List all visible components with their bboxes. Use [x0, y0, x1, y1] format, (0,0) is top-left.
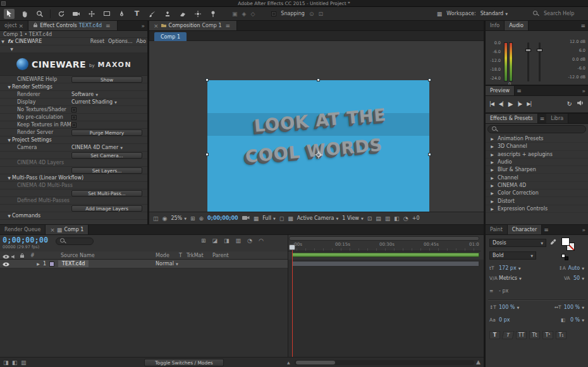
- pan-behind-tool-icon[interactable]: [86, 9, 97, 19]
- category-expression-controls[interactable]: ▶Expression Controls: [486, 205, 588, 213]
- playhead-line[interactable]: [292, 250, 293, 357]
- horizontal-scale-value[interactable]: 100 %▼: [564, 304, 584, 310]
- panel-overflow-icon[interactable]: »: [579, 225, 588, 234]
- all-caps-button[interactable]: TT: [516, 331, 527, 339]
- shape-tool-icon[interactable]: [101, 9, 112, 19]
- libraries-tab[interactable]: Libra: [546, 114, 568, 123]
- previous-frame-button[interactable]: ◀|: [496, 101, 506, 107]
- play-button[interactable]: ▶: [506, 100, 515, 107]
- text-layer[interactable]: LOOK AT THE COOL WORDS: [205, 96, 432, 174]
- layer-row[interactable]: ▶ 1 TEXT.c4d Normal▼: [0, 260, 288, 268]
- audio-tab[interactable]: Audio: [505, 21, 529, 30]
- 3d-view-dropdown[interactable]: Active Camera▼: [297, 215, 339, 221]
- pasteboard[interactable]: LOOK AT THE COOL WORDS: [149, 41, 484, 212]
- last-frame-button[interactable]: ▶|: [524, 101, 534, 107]
- scrollbar-thumb[interactable]: [296, 361, 335, 364]
- group-twirl-icon[interactable]: ▼: [6, 136, 12, 144]
- timeline-scrollbar[interactable]: [295, 360, 474, 365]
- font-size-value[interactable]: 172 px▼: [499, 265, 520, 271]
- effects-search-input[interactable]: [501, 126, 570, 132]
- current-time-display[interactable]: 0;00;00;00: [207, 215, 238, 221]
- show-button[interactable]: Show: [71, 76, 142, 83]
- group-twirl-icon[interactable]: ▼: [6, 174, 12, 182]
- fast-previews-icon[interactable]: ▤: [376, 215, 381, 222]
- time-navigator[interactable]: [289, 236, 479, 241]
- baseline-shift-value[interactable]: 0 px: [499, 317, 510, 323]
- panel-overflow-icon[interactable]: »: [138, 21, 147, 30]
- category-blur-sharpen[interactable]: ▶Blur & Sharpen: [486, 166, 588, 174]
- hide-shy-layers-icon[interactable]: ◨: [224, 238, 230, 244]
- toggle-switches-modes-button[interactable]: Toggle Switches / Modes: [144, 359, 224, 366]
- eraser-tool-icon[interactable]: [177, 9, 188, 19]
- workspace-icon[interactable]: ▦: [437, 11, 443, 17]
- frame-blending-icon[interactable]: ▥: [236, 238, 242, 244]
- column-t[interactable]: T: [179, 251, 182, 260]
- selection-handle[interactable]: [428, 153, 431, 156]
- panel-menu-icon[interactable]: ≡: [578, 21, 588, 30]
- options-link[interactable]: Options...: [108, 38, 133, 45]
- snapshot-icon[interactable]: [242, 215, 250, 222]
- superscript-button[interactable]: T¹: [542, 331, 553, 339]
- eyedropper-icon[interactable]: [550, 239, 556, 247]
- set-camera-button[interactable]: Set Camera...: [71, 152, 142, 159]
- camera-dropdown[interactable]: CINEMA 4D Camer▼: [71, 145, 123, 151]
- fill-color-swatch[interactable]: [561, 238, 570, 246]
- info-tab[interactable]: Info: [486, 21, 505, 30]
- purge-memory-button[interactable]: Purge Memory: [71, 129, 142, 136]
- first-frame-button[interactable]: |◀: [487, 101, 496, 107]
- faux-bold-button[interactable]: T: [489, 331, 500, 339]
- category-color-correction[interactable]: ▶Color Correction: [486, 190, 588, 197]
- faux-italic-button[interactable]: T: [502, 331, 515, 339]
- transparency-grid-icon[interactable]: ▩: [288, 215, 293, 222]
- preview-tab[interactable]: Preview: [486, 86, 515, 95]
- effect-controls-tab[interactable]: Effect Controls TEXT.c4d ≡: [28, 21, 118, 30]
- panel-menu-icon[interactable]: ≡: [104, 23, 113, 29]
- group-twirl-icon[interactable]: ▼: [6, 83, 12, 91]
- layer-duration-bar[interactable]: [292, 261, 479, 267]
- column-number[interactable]: #: [30, 251, 35, 260]
- category-3d-channel[interactable]: ▶3D Channel: [486, 143, 588, 150]
- display-dropdown[interactable]: Current Shading▼: [71, 99, 117, 105]
- zoom-tool-icon[interactable]: [34, 9, 45, 19]
- next-frame-button[interactable]: |▶: [515, 101, 524, 107]
- magnification-dropdown[interactable]: 25%▼: [171, 215, 187, 221]
- leading-value[interactable]: Auto▼: [568, 265, 584, 271]
- panel-overflow-icon[interactable]: »: [579, 86, 588, 95]
- column-parent[interactable]: Parent: [212, 251, 229, 260]
- selection-handle[interactable]: [428, 78, 431, 81]
- exposure-value[interactable]: +0: [412, 215, 420, 221]
- eye-icon[interactable]: [3, 262, 9, 268]
- add-image-layers-button[interactable]: Add Image Layers: [71, 205, 142, 212]
- subscript-button[interactable]: T₁: [556, 331, 567, 339]
- font-style-dropdown[interactable]: Bold▼: [489, 251, 536, 260]
- panel-menu-icon[interactable]: ≡: [542, 225, 551, 234]
- effects-presets-tab[interactable]: Effects & Presets: [486, 114, 538, 123]
- layer-color-chip[interactable]: [49, 262, 54, 267]
- composition-tab[interactable]: × Composition Comp 1 ≡: [149, 21, 237, 30]
- no-textures-checkbox[interactable]: [71, 107, 77, 112]
- type-tool-icon[interactable]: T: [132, 9, 142, 19]
- slider-thumb[interactable]: [537, 49, 542, 52]
- loop-icon[interactable]: ↻: [565, 100, 574, 107]
- panel-divider[interactable]: [288, 235, 288, 357]
- kerning-value[interactable]: Metrics▼: [499, 275, 522, 281]
- close-icon[interactable]: ×: [19, 23, 24, 29]
- world-axis-mode-icon[interactable]: ◈: [242, 11, 247, 17]
- close-icon[interactable]: ×: [50, 227, 55, 233]
- renderer-dropdown[interactable]: Software▼: [71, 92, 98, 98]
- column-source-name[interactable]: Source Name: [61, 251, 95, 260]
- category-cinema-4d[interactable]: ▶CINEMA 4D: [486, 182, 588, 190]
- project-panel-tab[interactable]: oject ×: [0, 21, 28, 30]
- stroke-width-value[interactable]: - px: [499, 288, 508, 294]
- resolution-dropdown[interactable]: Full▼: [262, 215, 276, 221]
- transfer-controls-toggle-icon[interactable]: ◧: [12, 359, 18, 366]
- category-aescripts[interactable]: ▶aescripts + aeplugins: [486, 151, 588, 159]
- blend-mode-dropdown[interactable]: Normal▼: [156, 261, 178, 267]
- zoom-in-icon[interactable]: ▲: [476, 359, 481, 365]
- layer-twirl-icon[interactable]: ▶: [35, 262, 41, 266]
- column-trkmat[interactable]: TrkMat: [187, 251, 204, 260]
- slider-thumb[interactable]: [525, 49, 531, 52]
- track-area[interactable]: [288, 260, 484, 357]
- comp-canvas[interactable]: LOOK AT THE COOL WORDS: [207, 80, 429, 224]
- snapping-option-a-icon[interactable]: ⊙: [309, 11, 314, 17]
